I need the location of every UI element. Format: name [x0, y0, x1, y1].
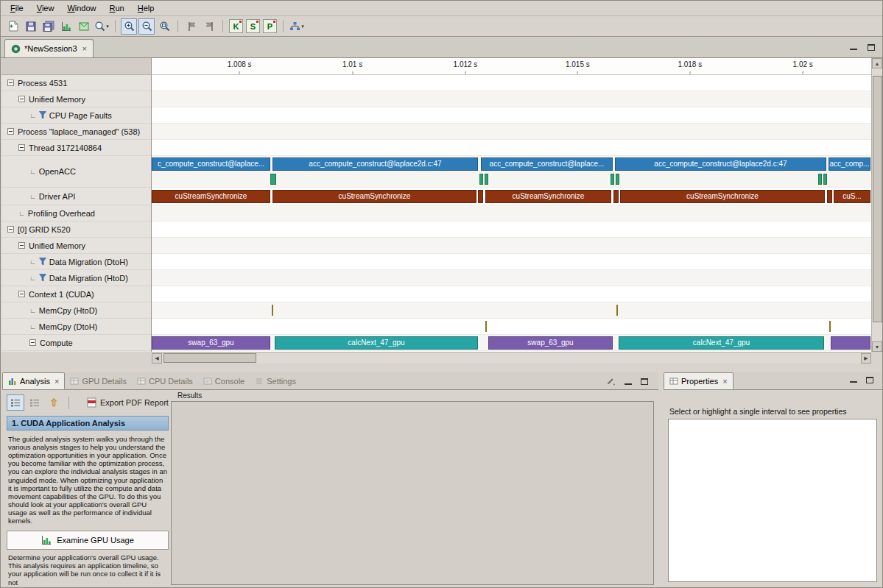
menu-run[interactable]: Run	[103, 1, 131, 15]
marker-flag-next-icon[interactable]	[183, 18, 200, 35]
save-icon[interactable]	[23, 18, 39, 35]
timeline-memcpy-tick[interactable]	[829, 321, 831, 332]
timeline-row[interactable]	[152, 222, 871, 238]
timeline-row[interactable]	[152, 270, 871, 286]
save-all-icon[interactable]	[41, 18, 57, 35]
tree-row[interactable]: Unified Memory	[1, 91, 151, 107]
collapse-toggle-icon[interactable]	[7, 79, 14, 86]
scroll-left-icon[interactable]: ◀	[152, 353, 162, 364]
timeline-memcpy-tick[interactable]	[616, 305, 618, 316]
scroll-right-icon[interactable]: ▶	[861, 353, 871, 364]
marker-flag-prev-icon[interactable]	[201, 18, 217, 35]
timeline-interval-bar[interactable]	[613, 190, 619, 203]
timeline-interval-bar[interactable]: c_compute_construct@laplace...	[152, 157, 270, 171]
menu-window[interactable]: Window	[60, 1, 102, 15]
timeline-interval-bar[interactable]	[478, 190, 483, 203]
view-menu-icon[interactable]	[605, 376, 616, 387]
close-icon[interactable]: ×	[82, 44, 87, 53]
timeline-row[interactable]	[152, 107, 871, 124]
maximize-icon[interactable]	[868, 44, 875, 51]
tab-console[interactable]: Console	[198, 372, 250, 389]
maximize-icon[interactable]	[866, 377, 873, 383]
tree-row[interactable]: ∟Driver API	[1, 188, 151, 205]
timeline-row[interactable]: c_compute_construct@laplace...acc_comput…	[152, 156, 871, 188]
tree-row[interactable]: Context 1 (CUDA)	[1, 286, 151, 302]
tree-row[interactable]: Process "laplace_managed" (538)	[1, 124, 151, 140]
report-icon[interactable]	[76, 18, 92, 35]
menu-help[interactable]: Help	[131, 1, 161, 15]
timeline-interval-bar[interactable]: swap_63_gpu	[152, 336, 270, 350]
tab-gpu-details[interactable]: GPU Details	[65, 372, 132, 389]
timeline-vscrollbar[interactable]: ▲ ▼	[871, 58, 883, 352]
timeline-interval-bar[interactable]: cuS...	[834, 190, 870, 203]
timeline-interval-bar[interactable]	[611, 174, 614, 185]
timeline-row[interactable]	[152, 302, 871, 319]
menu-view[interactable]: View	[30, 1, 61, 15]
timeline-interval-bar[interactable]	[831, 336, 870, 350]
timeline-interval-bar[interactable]: cuStreamSynchronize	[272, 190, 476, 203]
export-pdf-report-button[interactable]: Export PDF Report	[82, 396, 173, 409]
timeline-row[interactable]: swap_63_gpucalcNext_47_gpuswap_63_gpucal…	[152, 335, 871, 351]
filter-icon[interactable]	[39, 274, 46, 282]
timeline-row[interactable]	[152, 319, 871, 335]
timeline-hscrollbar[interactable]: ◀ ▶	[152, 352, 871, 364]
timeline-row[interactable]	[152, 75, 871, 91]
timeline-interval-bar[interactable]	[485, 174, 488, 185]
tree-row[interactable]: Process 4531	[1, 75, 151, 91]
timeline-row[interactable]	[152, 205, 871, 222]
examine-gpu-usage-button[interactable]: Examine GPU Usage	[7, 531, 169, 550]
timeline-row[interactable]: cuStreamSynchronizecuStreamSynchronizecu…	[152, 188, 871, 205]
collapse-toggle-icon[interactable]	[18, 96, 25, 102]
timeline-row[interactable]	[152, 140, 871, 156]
timeline-interval-bar[interactable]: swap_63_gpu	[488, 336, 613, 350]
tree-row[interactable]: ∟Data Migration (HtoD)	[1, 270, 151, 286]
collapse-toggle-icon[interactable]	[7, 128, 14, 135]
timeline-interval-bar[interactable]: calcNext_47_gpu	[275, 336, 478, 350]
timeline-row[interactable]	[152, 124, 871, 140]
minimize-icon[interactable]	[625, 378, 632, 386]
tab-settings[interactable]: Settings	[250, 372, 301, 389]
scroll-up-icon[interactable]: ▲	[872, 58, 882, 68]
tree-row[interactable]: Compute	[1, 335, 151, 351]
profile-chart-icon[interactable]	[58, 18, 74, 35]
tree-row[interactable]: [0] GRID K520	[1, 222, 151, 238]
maximize-icon[interactable]	[641, 378, 648, 385]
menu-file[interactable]: File	[4, 1, 30, 15]
timeline-memcpy-tick[interactable]	[485, 321, 487, 332]
tree-row[interactable]: ∟Profiling Overhead	[1, 205, 151, 222]
filter-icon[interactable]	[39, 111, 46, 119]
timeline-row[interactable]	[152, 286, 871, 302]
zoom-fit-icon[interactable]	[156, 18, 172, 35]
timeline-interval-bar[interactable]: acc_comp...	[829, 157, 870, 171]
close-icon[interactable]: ×	[722, 377, 727, 386]
stream-toggle[interactable]: S	[246, 19, 260, 33]
minimize-icon[interactable]	[850, 43, 857, 51]
timeline-interval-bar[interactable]	[823, 174, 827, 185]
timeline-interval-bar[interactable]: cuStreamSynchronize	[485, 190, 611, 203]
timeline-interval-bar[interactable]: calcNext_47_gpu	[619, 336, 824, 350]
collapse-toggle-icon[interactable]	[18, 242, 25, 249]
timeline-memcpy-tick[interactable]	[272, 305, 273, 316]
zoom-out-icon[interactable]	[138, 18, 155, 35]
timeline-interval-bar[interactable]: acc_compute_construct@laplace2d.c:47	[272, 157, 478, 171]
timeline-interval-bar[interactable]	[827, 190, 832, 203]
tree-row[interactable]: ∟OpenACC	[1, 156, 151, 188]
tree-row[interactable]: Thread 3172140864	[1, 140, 151, 156]
timeline-interval-bar[interactable]: acc_compute_construct@laplace2d.c:47	[615, 157, 826, 171]
timeline-interval-bar[interactable]	[818, 174, 822, 185]
close-icon[interactable]: ×	[54, 377, 59, 386]
filter-icon[interactable]	[39, 258, 46, 266]
session-tab[interactable]: *NewSession3 ×	[4, 39, 94, 57]
zoom-in-icon[interactable]	[121, 18, 137, 35]
tree-row[interactable]: ∟MemCpy (HtoD)	[1, 302, 151, 319]
collapse-toggle-icon[interactable]	[7, 226, 14, 233]
unguided-analysis-view-icon[interactable]	[26, 394, 43, 411]
tab-properties[interactable]: Properties ×	[664, 372, 734, 389]
timeline-ruler[interactable]: 1.008 s1.01 s1.012 s1.015 s1.018 s1.02 s	[152, 58, 871, 75]
tree-row[interactable]: ∟CPU Page Faults	[1, 107, 151, 124]
collapse-toggle-icon[interactable]	[29, 339, 36, 346]
kernel-toggle[interactable]: K	[229, 19, 243, 33]
timeline-row[interactable]	[152, 254, 871, 270]
hscroll-thumb[interactable]	[163, 353, 256, 363]
back-up-icon[interactable]: ⇧	[45, 394, 63, 411]
